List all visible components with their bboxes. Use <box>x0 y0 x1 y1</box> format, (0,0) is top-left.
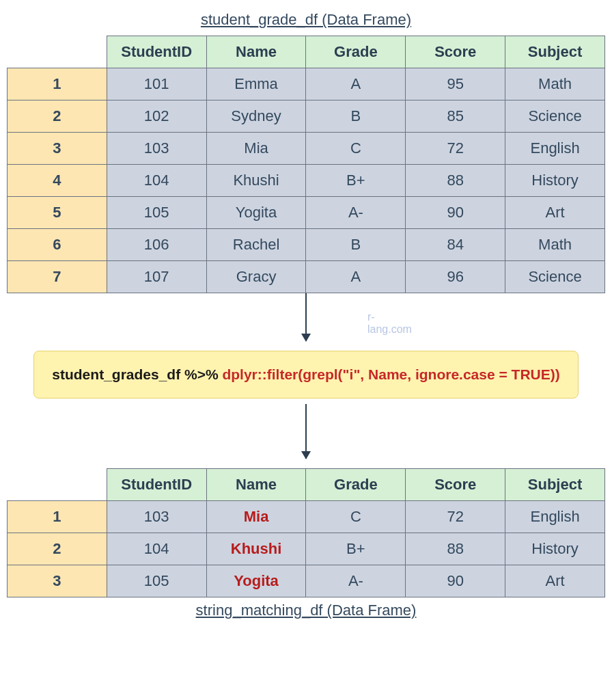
cell-score: 72 <box>406 501 505 533</box>
arrow-2-container <box>305 404 307 459</box>
arrow-1-container: r-lang.com <box>305 293 307 341</box>
cell-studentid: 104 <box>107 165 206 197</box>
code-prefix: student_grades_df %>% <box>52 366 222 382</box>
cell-studentid: 105 <box>107 565 206 597</box>
source-tbody: 1101EmmaA95Math2102SydneyB85Science3103M… <box>8 68 605 293</box>
source-table: StudentID Name Grade Score Subject 1101E… <box>7 36 605 293</box>
cell-subject: English <box>505 133 605 165</box>
cell-studentid: 105 <box>107 197 206 229</box>
cell-subject: Math <box>505 68 605 100</box>
cell-score: 96 <box>406 261 505 293</box>
code-filter: dplyr::filter(grepl("i", Name, ignore.ca… <box>222 366 559 382</box>
source-table-caption: student_grade_df (Data Frame) <box>201 11 411 29</box>
table-row: 6106RachelB84Math <box>8 229 605 261</box>
cell-studentid: 102 <box>107 100 206 133</box>
cell-studentid: 106 <box>107 229 206 261</box>
row-index: 1 <box>8 68 107 100</box>
cell-studentid: 104 <box>107 533 206 565</box>
table-row: 1101EmmaA95Math <box>8 68 605 100</box>
table-row: 4104KhushiB+88History <box>8 165 605 197</box>
col-header: Subject <box>505 469 605 501</box>
cell-name: Mia <box>206 133 306 165</box>
table-row: 7107GracyA96Science <box>8 261 605 293</box>
cell-grade: B+ <box>306 533 406 565</box>
arrow-down-icon <box>305 404 307 459</box>
cell-name: Khushi <box>206 165 306 197</box>
cell-score: 85 <box>406 100 505 133</box>
row-index: 1 <box>8 501 107 533</box>
code-expression: student_grades_df %>% dplyr::filter(grep… <box>33 351 578 399</box>
cell-score: 84 <box>406 229 505 261</box>
cell-subject: English <box>505 501 605 533</box>
cell-score: 88 <box>406 533 505 565</box>
cell-score: 95 <box>406 68 505 100</box>
table-row: 2102SydneyB85Science <box>8 100 605 133</box>
cell-grade: A <box>306 68 406 100</box>
cell-studentid: 103 <box>107 133 206 165</box>
col-header: Score <box>406 36 505 68</box>
cell-grade: A- <box>306 197 406 229</box>
col-header: Name <box>206 36 306 68</box>
col-header: StudentID <box>107 469 206 501</box>
arrow-down-icon <box>305 293 307 341</box>
row-index: 7 <box>8 261 107 293</box>
result-table: StudentID Name Grade Score Subject 1103M… <box>7 468 605 597</box>
cell-score: 90 <box>406 565 505 597</box>
col-header: StudentID <box>107 36 206 68</box>
row-index: 5 <box>8 197 107 229</box>
cell-name: Rachel <box>206 229 306 261</box>
cell-studentid: 103 <box>107 501 206 533</box>
cell-name: Khushi <box>206 533 306 565</box>
table-row: 1103MiaC72English <box>8 501 605 533</box>
table-row: 5105YogitaA-90Art <box>8 197 605 229</box>
cell-studentid: 107 <box>107 261 206 293</box>
cell-grade: B <box>306 229 406 261</box>
cell-grade: A <box>306 261 406 293</box>
cell-subject: Art <box>505 197 605 229</box>
cell-studentid: 101 <box>107 68 206 100</box>
cell-score: 90 <box>406 197 505 229</box>
cell-grade: C <box>306 501 406 533</box>
row-index: 2 <box>8 533 107 565</box>
cell-score: 88 <box>406 165 505 197</box>
cell-subject: History <box>505 165 605 197</box>
row-index: 3 <box>8 565 107 597</box>
diagram-root: student_grade_df (Data Frame) StudentID … <box>7 7 605 626</box>
cell-name: Emma <box>206 68 306 100</box>
cell-name: Sydney <box>206 100 306 133</box>
table-row: 3105YogitaA-90Art <box>8 565 605 597</box>
cell-name: Mia <box>206 501 306 533</box>
result-tbody: 1103MiaC72English2104KhushiB+88History31… <box>8 501 605 597</box>
cell-subject: Art <box>505 565 605 597</box>
row-index: 3 <box>8 133 107 165</box>
cell-subject: Math <box>505 229 605 261</box>
result-table-caption: string_matching_df (Data Frame) <box>196 602 417 619</box>
watermark-text: r-lang.com <box>367 311 412 336</box>
row-index: 6 <box>8 229 107 261</box>
col-header: Subject <box>505 36 605 68</box>
cell-name: Yogita <box>206 197 306 229</box>
row-index: 2 <box>8 100 107 133</box>
cell-subject: History <box>505 533 605 565</box>
cell-grade: B+ <box>306 165 406 197</box>
table-row: 2104KhushiB+88History <box>8 533 605 565</box>
table-row: 3103MiaC72English <box>8 133 605 165</box>
col-header: Grade <box>306 36 406 68</box>
cell-grade: A- <box>306 565 406 597</box>
col-header: Name <box>206 469 306 501</box>
cell-subject: Science <box>505 261 605 293</box>
col-header: Score <box>406 469 505 501</box>
cell-subject: Science <box>505 100 605 133</box>
col-header: Grade <box>306 469 406 501</box>
row-index: 4 <box>8 165 107 197</box>
cell-score: 72 <box>406 133 505 165</box>
cell-grade: C <box>306 133 406 165</box>
cell-name: Gracy <box>206 261 306 293</box>
cell-grade: B <box>306 100 406 133</box>
cell-name: Yogita <box>206 565 306 597</box>
